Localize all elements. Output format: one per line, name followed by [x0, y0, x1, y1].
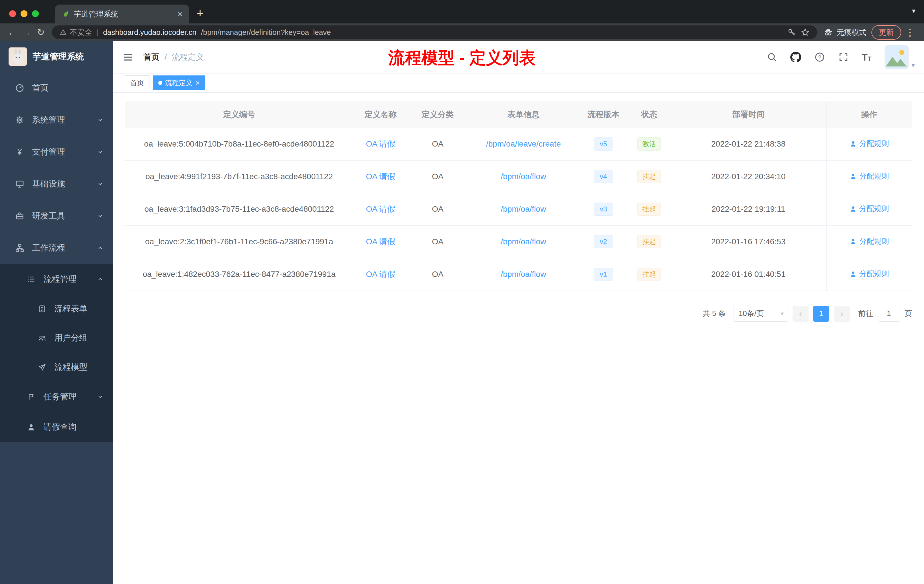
definition-name-link[interactable]: OA 请假	[366, 237, 396, 246]
breadcrumb-home-link[interactable]: 首页	[144, 52, 159, 63]
deploy-time-cell: 2022-01-16 17:46:53	[671, 226, 826, 258]
version-badge: v5	[594, 137, 613, 151]
search-icon[interactable]	[767, 52, 777, 62]
app-logo[interactable]: 芋道管理系统	[0, 41, 113, 72]
sidebar: 芋道管理系统 首页 系统管理	[0, 41, 113, 584]
assign-rule-link[interactable]: 分配规则	[850, 171, 889, 181]
tag-home[interactable]: 首页	[125, 76, 149, 90]
zoom-window-button[interactable]	[32, 10, 39, 17]
warning-triangle-icon	[59, 28, 67, 36]
sidebar-item-system[interactable]: 系统管理	[0, 104, 113, 136]
column-header: 状态	[628, 101, 671, 128]
close-window-button[interactable]	[9, 10, 16, 17]
column-header: 部署时间	[671, 101, 826, 128]
category-cell: OA	[408, 128, 468, 160]
sidebar-item-task-management[interactable]: 任务管理	[0, 382, 113, 412]
prev-page-button[interactable]: ‹	[792, 306, 808, 322]
assign-rule-link[interactable]: 分配规则	[850, 204, 889, 214]
status-badge: 挂起	[637, 203, 661, 216]
category-cell: OA	[408, 258, 468, 290]
svg-text:?: ?	[818, 54, 821, 60]
page-annotation-title: 流程模型 - 定义列表	[388, 47, 536, 69]
goto-page-input[interactable]: 1	[878, 306, 900, 322]
minimize-window-button[interactable]	[21, 10, 27, 17]
deploy-time-cell: 2022-01-22 20:34:10	[671, 160, 826, 193]
person-icon	[850, 173, 857, 180]
chrome-update-button[interactable]: 更新	[871, 25, 901, 40]
status-badge: 挂起	[637, 235, 661, 249]
definition-name-link[interactable]: OA 请假	[366, 205, 396, 213]
sidebar-item-label: 流程表单	[54, 303, 87, 315]
forward-button[interactable]: →	[20, 25, 34, 40]
main-area: 流程模型 - 定义列表 首页 / 流程定义	[113, 41, 924, 584]
assign-rule-link[interactable]: 分配规则	[850, 139, 889, 148]
definition-name-link[interactable]: OA 请假	[366, 270, 396, 279]
tab-close-icon[interactable]: ×	[177, 10, 183, 18]
help-icon[interactable]: ?	[814, 52, 825, 63]
security-warning[interactable]: 不安全	[59, 27, 92, 38]
new-tab-button[interactable]: +	[196, 7, 204, 20]
list-icon	[25, 275, 37, 284]
form-link[interactable]: /bpm/oa/flow	[501, 172, 546, 181]
sidebar-item-home[interactable]: 首页	[0, 72, 113, 104]
browser-menu-kebab-icon[interactable]: ⋮	[901, 26, 919, 38]
sidebar-item-dev-tools[interactable]: 研发工具	[0, 200, 113, 232]
toolbox-icon	[14, 211, 26, 221]
user-menu[interactable]: ▾	[884, 45, 915, 69]
deploy-time-cell: 2022-01-22 21:48:38	[671, 128, 826, 160]
github-icon[interactable]	[790, 52, 801, 63]
tag-label: 流程定义	[165, 78, 193, 87]
assign-rule-link[interactable]: 分配规则	[850, 269, 889, 279]
sidebar-collapse-icon[interactable]	[122, 51, 134, 63]
password-key-icon[interactable]	[787, 28, 796, 36]
table-header-row: 定义编号 定义名称 定义分类 表单信息 流程版本 状态 部署时间 操作	[125, 101, 912, 128]
back-button[interactable]: ←	[5, 25, 20, 40]
form-link[interactable]: /bpm/oa/flow	[501, 270, 546, 279]
definition-id-cell: oa_leave:4:991f2193-7b7f-11ec-a3c8-acde4…	[125, 160, 353, 193]
sidebar-item-process-model[interactable]: 流程模型	[0, 353, 113, 382]
definition-name-link[interactable]: OA 请假	[366, 139, 396, 148]
address-bar[interactable]: 不安全 | dashboard.yudao.iocoder.cn/bpm/man…	[52, 25, 817, 39]
chevron-up-icon	[97, 276, 104, 282]
assign-rule-link[interactable]: 分配规则	[850, 236, 889, 246]
sidebar-item-user-group[interactable]: 用户分组	[0, 323, 113, 353]
sidebar-item-leave-query[interactable]: 请假查询	[0, 412, 113, 442]
bookmark-star-icon[interactable]	[800, 28, 810, 37]
person-icon	[850, 238, 857, 245]
definition-id-cell: oa_leave:2:3c1f0ef1-76b1-11ec-9c66-a2380…	[125, 226, 353, 258]
column-header: 流程版本	[579, 101, 628, 128]
app-title: 芋道管理系统	[33, 51, 84, 63]
incognito-label: 无痕模式	[837, 27, 866, 38]
status-badge: 挂起	[637, 268, 661, 281]
tab-title: 芋道管理系统	[74, 9, 173, 19]
page-size-select[interactable]: 10条/页 ▾	[733, 306, 788, 322]
omnibox-divider: |	[97, 28, 99, 37]
chevron-down-icon	[97, 213, 104, 219]
form-link[interactable]: /bpm/oa/leave/create	[486, 139, 561, 148]
sidebar-item-process-form[interactable]: 流程表单	[0, 294, 113, 323]
tab-search-caret-icon[interactable]: ▾	[912, 7, 916, 15]
next-page-button[interactable]: ›	[834, 306, 850, 322]
dashboard-icon	[14, 83, 26, 93]
person-icon	[25, 423, 37, 431]
font-size-icon[interactable]: TT	[862, 52, 871, 62]
form-link[interactable]: /bpm/oa/flow	[501, 205, 546, 213]
sidebar-item-process-management[interactable]: 流程管理	[0, 264, 113, 294]
column-header: 表单信息	[468, 101, 579, 128]
tag-process-definition[interactable]: 流程定义 ×	[153, 76, 205, 90]
sidebar-item-workflow[interactable]: 工作流程	[0, 232, 113, 264]
page-number-button[interactable]: 1	[813, 306, 829, 322]
tag-close-icon[interactable]: ×	[195, 79, 200, 87]
category-cell: OA	[408, 160, 468, 193]
reload-button[interactable]: ↻	[34, 25, 48, 40]
monitor-icon	[14, 179, 26, 189]
security-label: 不安全	[70, 27, 92, 38]
fullscreen-icon[interactable]	[838, 52, 848, 62]
sidebar-item-infrastructure[interactable]: 基础设施	[0, 168, 113, 200]
incognito-indicator: 无痕模式	[823, 27, 866, 38]
column-header: 操作	[826, 101, 912, 128]
definition-name-link[interactable]: OA 请假	[366, 172, 396, 181]
browser-tab[interactable]: 芋道管理系统 ×	[55, 5, 189, 23]
form-link[interactable]: /bpm/oa/flow	[501, 237, 546, 246]
sidebar-item-payment[interactable]: 支付管理	[0, 136, 113, 168]
